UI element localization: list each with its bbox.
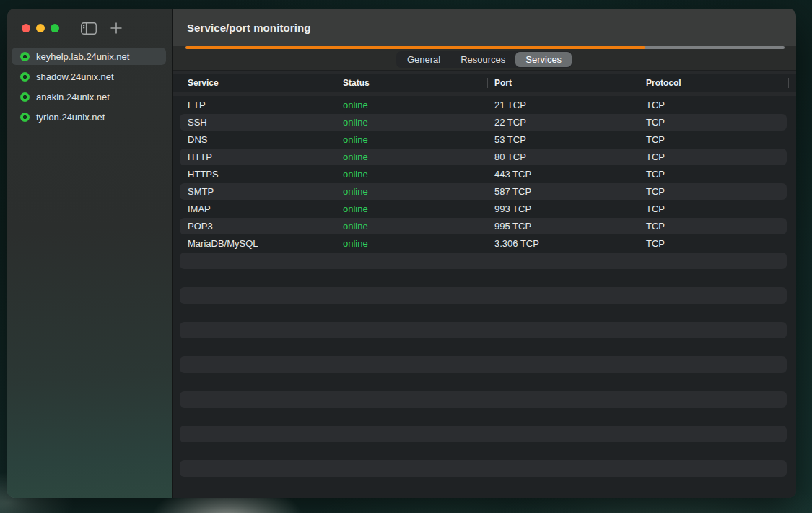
table-row-empty[interactable] <box>173 338 796 356</box>
server-name: anakin.24unix.net <box>36 92 110 102</box>
cell-status: online <box>336 238 487 249</box>
cell-status: online <box>336 134 487 145</box>
cell-protocol: TCP <box>639 152 788 162</box>
cell-protocol: TCP <box>639 117 788 128</box>
table-row-empty[interactable] <box>173 408 796 425</box>
sidebar-toolbar <box>7 9 172 48</box>
tab-bar: GeneralResourcesServices <box>173 49 796 71</box>
plus-icon <box>110 22 123 35</box>
cell-protocol: TCP <box>639 186 788 197</box>
table-row[interactable]: IMAPonline993 TCPTCP <box>173 200 796 217</box>
table-row-empty[interactable] <box>173 304 796 321</box>
status-dot-icon <box>20 52 30 61</box>
table-row-empty[interactable] <box>173 477 796 494</box>
column-header-protocol[interactable]: Protocol <box>639 74 788 92</box>
sidebar-item-server[interactable]: tyrion.24unix.net <box>12 108 166 126</box>
app-window: keyhelp.lab.24unix.netshadow.24unix.neta… <box>7 9 796 498</box>
column-header-port[interactable]: Port <box>487 74 639 92</box>
status-dot-icon <box>20 72 30 82</box>
cell-service: MariaDB/MySQL <box>173 238 336 249</box>
server-name: shadow.24unix.net <box>36 71 114 82</box>
cell-status: online <box>336 100 487 110</box>
sidebar-item-server[interactable]: keyhelp.lab.24unix.net <box>12 48 166 65</box>
zoom-button[interactable] <box>51 24 59 32</box>
table-header-row: ServiceStatusPortProtocol <box>173 74 796 92</box>
server-name: keyhelp.lab.24unix.net <box>36 51 129 62</box>
status-dot-icon <box>20 113 30 122</box>
cell-status: online <box>336 221 487 232</box>
cell-port: 587 TCP <box>487 186 639 197</box>
table-row[interactable]: DNSonline53 TCPTCP <box>173 131 796 148</box>
desktop-wallpaper: keyhelp.lab.24unix.netshadow.24unix.neta… <box>0 0 812 513</box>
table-row[interactable]: POP3online995 TCPTCP <box>173 217 796 234</box>
add-server-button[interactable] <box>110 22 123 35</box>
table-row-empty[interactable] <box>173 269 796 286</box>
cell-service: FTP <box>173 100 336 110</box>
sidebar: keyhelp.lab.24unix.netshadow.24unix.neta… <box>7 9 173 498</box>
cell-status: online <box>336 152 487 162</box>
cell-port: 22 TCP <box>487 117 639 128</box>
status-dot-icon <box>20 92 30 102</box>
column-header-service[interactable]: Service <box>173 74 336 92</box>
column-header-filler <box>788 74 796 92</box>
cell-service: SSH <box>173 117 336 128</box>
cell-service: POP3 <box>173 221 336 232</box>
sidebar-item-server[interactable]: shadow.24unix.net <box>12 68 166 85</box>
page-title: Service/port monitoring <box>187 22 311 34</box>
table-row-empty[interactable] <box>173 442 796 460</box>
server-list: keyhelp.lab.24unix.netshadow.24unix.neta… <box>7 48 172 126</box>
column-header-status[interactable]: Status <box>336 74 487 92</box>
server-name: tyrion.24unix.net <box>36 112 105 123</box>
table-row[interactable]: MariaDB/MySQLonline3.306 TCPTCP <box>173 234 796 252</box>
cell-port: 993 TCP <box>487 203 639 214</box>
cell-status: online <box>336 169 487 180</box>
cell-service: HTTPS <box>173 169 336 180</box>
cell-port: 80 TCP <box>487 152 639 162</box>
tab-resources[interactable]: Resources <box>450 52 515 67</box>
cell-service: IMAP <box>173 203 336 214</box>
cell-protocol: TCP <box>639 238 788 249</box>
table-row-empty[interactable] <box>173 425 796 442</box>
cell-protocol: TCP <box>639 221 788 232</box>
cell-status: online <box>336 203 487 214</box>
table-row-empty[interactable] <box>173 460 796 477</box>
toggle-sidebar-button[interactable] <box>81 22 97 35</box>
close-button[interactable] <box>22 24 30 32</box>
table-row[interactable]: SSHonline22 TCPTCP <box>173 113 796 131</box>
cell-status: online <box>336 186 487 197</box>
tab-segmented-control: GeneralResourcesServices <box>396 51 572 68</box>
cell-service: HTTP <box>173 152 336 162</box>
cell-port: 443 TCP <box>487 169 639 180</box>
cell-port: 21 TCP <box>487 100 639 110</box>
table-row[interactable]: HTTPSonline443 TCPTCP <box>173 165 796 183</box>
cell-protocol: TCP <box>639 169 788 180</box>
cell-port: 995 TCP <box>487 221 639 232</box>
cell-port: 3.306 TCP <box>487 238 639 249</box>
sidebar-item-server[interactable]: anakin.24unix.net <box>12 88 166 105</box>
table-row-empty[interactable] <box>173 321 796 338</box>
table-row[interactable]: SMTPonline587 TCPTCP <box>173 183 796 200</box>
toggle-sidebar-icon <box>81 22 97 35</box>
minimize-button[interactable] <box>36 24 45 32</box>
table-row-empty[interactable] <box>173 356 796 373</box>
cell-protocol: TCP <box>639 203 788 214</box>
cell-port: 53 TCP <box>487 134 639 145</box>
table-row-empty[interactable] <box>173 373 796 390</box>
table-row[interactable]: FTPonline21 TCPTCP <box>173 96 796 113</box>
table-row[interactable]: HTTPonline80 TCPTCP <box>173 148 796 165</box>
titlebar: Service/port monitoring <box>173 9 796 46</box>
cell-protocol: TCP <box>639 100 788 110</box>
cell-service: SMTP <box>173 186 336 197</box>
table-row-empty[interactable] <box>173 252 796 269</box>
table-body: FTPonline21 TCPTCPSSHonline22 TCPTCPDNSo… <box>173 96 796 494</box>
cell-service: DNS <box>173 134 336 145</box>
table-row-empty[interactable] <box>173 390 796 408</box>
tab-services[interactable]: Services <box>515 52 572 67</box>
services-table: ServiceStatusPortProtocol FTPonline21 TC… <box>173 71 796 498</box>
cell-protocol: TCP <box>639 134 788 145</box>
table-row-empty[interactable] <box>173 286 796 304</box>
tab-general[interactable]: General <box>397 52 450 67</box>
main-pane: Service/port monitoring GeneralResources… <box>173 9 796 498</box>
cell-status: online <box>336 117 487 128</box>
